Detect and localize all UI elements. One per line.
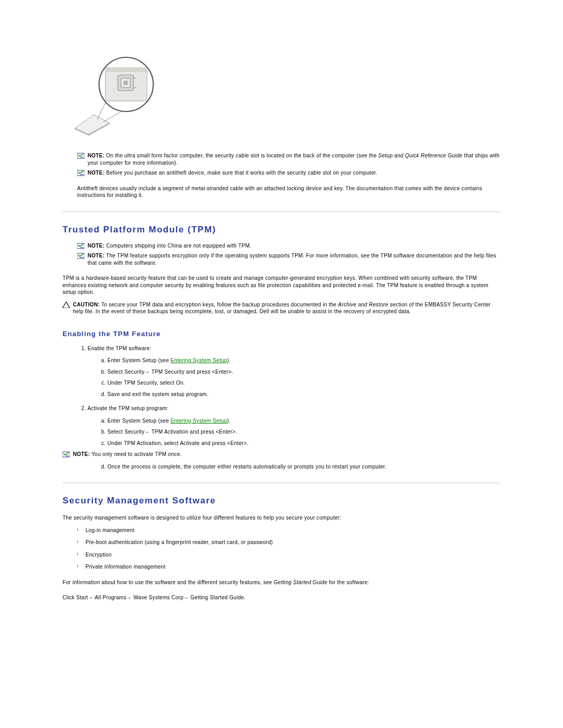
note-label: NOTE:	[88, 243, 105, 249]
document-page: NOTE: On the ultra small form factor com…	[0, 0, 563, 728]
note-label: NOTE:	[88, 253, 105, 258]
step-1a: Enter System Setup (see Entering System …	[107, 357, 500, 364]
step-1: Enable the TPM software: Enter System Se…	[88, 345, 500, 398]
heading-enabling-tpm: Enabling the TPM Feature	[63, 330, 500, 338]
note-china: NOTE: Computers shipping into China are …	[77, 242, 500, 250]
step-1c: Under TPM Security, select On.	[107, 379, 500, 387]
text: Enter System Setup (see	[107, 418, 170, 424]
step-2-substeps-continued: Once the process is complete, the comput…	[98, 463, 500, 471]
antitheft-paragraph: Antitheft devices usually include a segm…	[77, 185, 500, 199]
italic-title: Archive and Restore	[338, 302, 388, 307]
note-icon	[77, 253, 84, 259]
text: for the software:	[327, 579, 369, 585]
list-item: Private information management	[74, 563, 500, 571]
step-2b: Select Security→ TPM Activation and pres…	[107, 428, 500, 436]
svg-marker-21	[63, 302, 70, 308]
note-icon	[77, 170, 84, 176]
step-1d: Save and exit the system setup program.	[107, 391, 500, 398]
note-icon	[63, 451, 70, 458]
italic-title: Setup and Quick Reference Guide	[378, 153, 463, 158]
note-usff: NOTE: On the ultra small form factor com…	[77, 152, 500, 166]
step-intro: Activate the TPM setup program:	[88, 405, 168, 411]
step-2d: Once the process is complete, the comput…	[107, 463, 500, 471]
link-entering-system-setup[interactable]: Entering System Setup	[170, 418, 227, 424]
heading-sms: Security Management Software	[63, 496, 500, 506]
security-slot-illustration	[73, 52, 500, 137]
step-2a: Enter System Setup (see Entering System …	[107, 417, 500, 425]
step-2-substeps: Enter System Setup (see Entering System …	[98, 417, 500, 447]
text: ).	[227, 418, 231, 424]
caution-icon	[63, 302, 70, 308]
note-text: NOTE: The TPM feature supports encryptio…	[88, 252, 500, 266]
divider	[63, 483, 500, 483]
divider	[63, 212, 500, 212]
text: On the ultra small form factor computer,…	[105, 153, 378, 158]
step-2: Activate the TPM setup program: Enter Sy…	[88, 405, 500, 447]
svg-rect-7	[105, 68, 147, 72]
list-item: Log-in management	[74, 527, 500, 534]
text: You only need to activate TPM once.	[90, 451, 182, 457]
tpm-description: TPM is a hardware-based security feature…	[63, 275, 500, 296]
sms-info: For information about how to use the sof…	[63, 579, 500, 586]
text: Before you purchase an antitheft device,…	[105, 170, 377, 176]
note-text: NOTE: On the ultra small form factor com…	[88, 152, 500, 166]
list-item: Encryption	[74, 551, 500, 559]
note-encryption-support: NOTE: The TPM feature supports encryptio…	[77, 252, 500, 266]
step-1b: Select Security→ TPM Security and press …	[107, 368, 500, 376]
heading-tpm: Trusted Platform Module (TPM)	[63, 225, 500, 235]
sms-features-list: Log-in management Pre-boot authenticatio…	[74, 527, 500, 571]
text: Enter System Setup (see	[107, 357, 170, 363]
text: For information about how to use the sof…	[63, 579, 274, 585]
text: Computers shipping into China are not eq…	[105, 243, 252, 249]
note-activate-once: NOTE: You only need to activate TPM once…	[63, 451, 500, 458]
note-text: NOTE: Computers shipping into China are …	[88, 242, 500, 250]
note-antitheft-device: NOTE: Before you purchase an antitheft d…	[77, 169, 500, 177]
note-label: NOTE:	[88, 170, 105, 176]
step-1-substeps: Enter System Setup (see Entering System …	[98, 357, 500, 398]
list-item: Pre-boot authentication (using a fingerp…	[74, 539, 500, 546]
note-label: NOTE:	[88, 153, 105, 158]
caution-tpm-backup: CAUTION: To secure your TPM data and enc…	[63, 301, 500, 315]
caution-text: CAUTION: To secure your TPM data and enc…	[73, 301, 500, 315]
sms-path: Click Start→ All Programs→ Wave Systems …	[63, 594, 500, 601]
link-entering-system-setup[interactable]: Entering System Setup	[170, 357, 227, 363]
text: To secure your TPM data and encryption k…	[100, 302, 338, 307]
italic-title: Getting Started Guide	[274, 579, 327, 585]
note-text: NOTE: Before you purchase an antitheft d…	[88, 169, 500, 177]
note-icon	[77, 153, 84, 159]
note-text: NOTE: You only need to activate TPM once…	[73, 451, 500, 458]
enable-tpm-steps: Enable the TPM software: Enter System Se…	[78, 345, 500, 447]
text: ).	[227, 357, 231, 363]
svg-rect-10	[124, 81, 127, 84]
sms-intro: The security management software is desi…	[63, 514, 500, 522]
text: The TPM feature supports encryption only…	[88, 253, 496, 266]
note-label: NOTE:	[73, 451, 90, 457]
step-intro: Enable the TPM software:	[88, 346, 151, 351]
step-2c: Under TPM Activation, select Activate an…	[107, 440, 500, 447]
note-icon	[77, 243, 84, 249]
caution-label: CAUTION:	[73, 302, 100, 307]
